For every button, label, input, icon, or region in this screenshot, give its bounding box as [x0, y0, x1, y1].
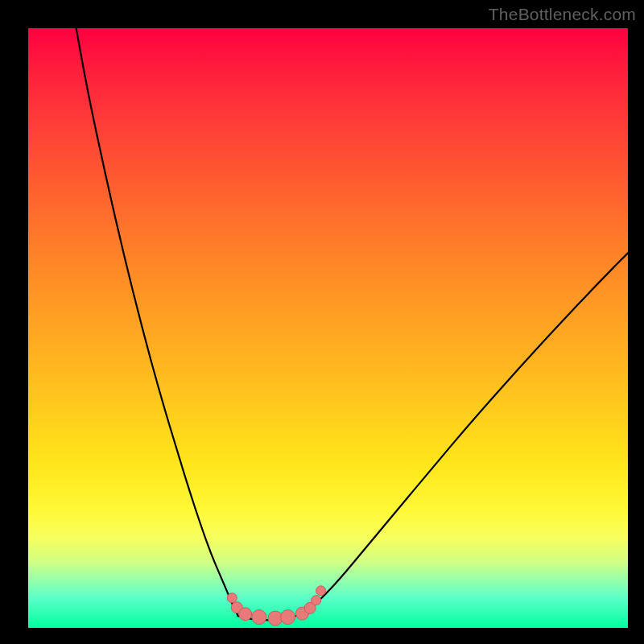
chart-frame: TheBottleneck.com	[0, 0, 644, 644]
plot-area	[28, 28, 628, 628]
valley-stitch	[281, 610, 295, 625]
curve-layer	[28, 28, 628, 628]
curve-left-branch	[76, 28, 238, 616]
valley-stitch	[227, 593, 237, 603]
watermark-text: TheBottleneck.com	[489, 5, 636, 24]
valley-stitch	[316, 586, 326, 596]
curve-right-branch	[301, 253, 628, 613]
valley-stitch	[312, 596, 321, 605]
valley-stitch-group	[227, 586, 325, 625]
valley-stitch	[239, 608, 252, 621]
valley-stitch	[252, 610, 266, 625]
